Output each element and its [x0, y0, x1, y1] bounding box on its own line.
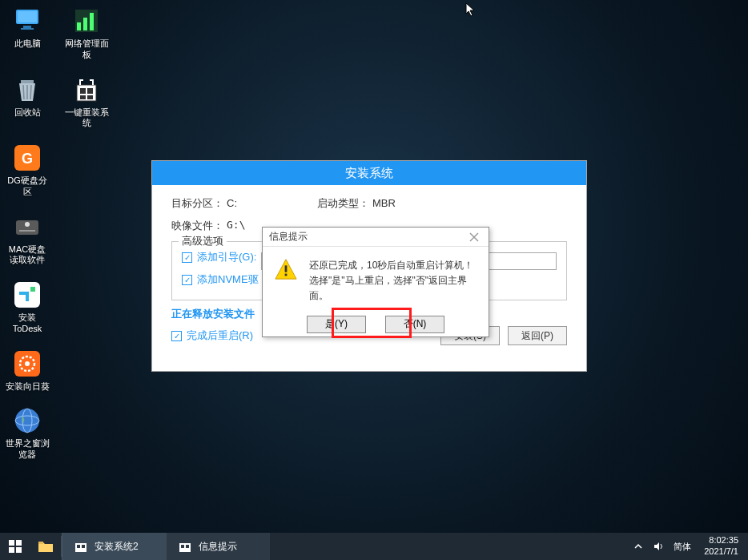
svg-line-9 [23, 85, 24, 99]
svg-rect-35 [9, 540, 14, 546]
checkbox-add-boot[interactable]: 添加引导(G): [182, 250, 256, 264]
taskbar-item-label: 安装系统2 [95, 540, 139, 554]
dialog-title: 信息提示 [269, 230, 308, 244]
svg-rect-8 [21, 80, 34, 83]
clock-date: 2021/7/1 [704, 546, 738, 558]
clock-time: 8:02:35 [704, 535, 738, 546]
checkbox-add-nvme-label: 添加NVME驱 [197, 272, 259, 287]
system-tray: 简体 8:02:35 2021/7/1 [627, 533, 748, 560]
svg-point-26 [25, 361, 30, 366]
checkbox-restart-label: 完成后重启(R) [187, 328, 253, 343]
svg-rect-5 [77, 22, 81, 30]
boot-type-label: 启动类型： [317, 196, 369, 211]
icon-label: 安装ToDesk [5, 312, 50, 335]
svg-rect-34 [285, 274, 288, 276]
taskbar-item-dialog[interactable]: 信息提示 [166, 533, 270, 560]
icon-install-todesk[interactable]: 安装ToDesk [5, 279, 50, 335]
icon-reinstall-system[interactable]: 一键重装系统 [64, 74, 109, 130]
icon-this-pc[interactable]: 此电脑 [5, 5, 50, 61]
globe-icon [11, 405, 43, 437]
svg-rect-36 [16, 540, 22, 546]
svg-rect-16 [87, 95, 93, 99]
icon-label: DG硬盘分区 [5, 175, 50, 198]
svg-rect-15 [80, 95, 86, 99]
svg-point-20 [25, 222, 30, 227]
icon-world-window-browser[interactable]: 世界之窗浏览器 [5, 405, 50, 461]
back-button[interactable]: 返回(P) [508, 326, 567, 345]
svg-rect-37 [9, 547, 14, 553]
installer-task-icon [74, 539, 88, 554]
svg-rect-33 [285, 265, 288, 272]
dialog-message-line1: 还原已完成，10秒后自动重启计算机！ [309, 258, 477, 273]
boot-type-value: MBR [372, 197, 396, 209]
dialog-message-line2: 选择"是"马上重启，选择"否"返回主界面。 [309, 273, 477, 304]
close-icon [469, 232, 479, 242]
folder-icon [38, 540, 54, 553]
svg-rect-7 [90, 13, 94, 30]
icon-dg-disk[interactable]: G DG硬盘分区 [5, 142, 50, 198]
svg-rect-21 [19, 230, 35, 232]
svg-rect-1 [18, 11, 37, 22]
svg-line-11 [30, 85, 31, 99]
checkbox-icon [182, 252, 192, 263]
icon-install-sunflower[interactable]: 安装向日葵 [5, 348, 50, 393]
mac-disk-icon [11, 211, 43, 243]
installer-title: 安装系统 [345, 166, 393, 181]
info-dialog: 信息提示 还原已完成，10秒后自动重启计算机！ 选择"是"马上重启，选择"否"返… [262, 227, 489, 337]
target-partition-label: 目标分区： [171, 196, 223, 211]
svg-rect-2 [23, 26, 31, 28]
checkbox-icon [182, 275, 192, 285]
target-partition-value: C: [227, 197, 237, 209]
tray-chevron-icon[interactable] [632, 540, 645, 553]
checkbox-icon [171, 331, 182, 341]
icon-label: 回收站 [14, 107, 41, 119]
svg-rect-38 [16, 547, 22, 553]
icon-label: 网络管理面板 [64, 38, 109, 61]
dialog-task-icon [178, 539, 192, 554]
panel-icon [70, 5, 103, 37]
icon-label: 安装向日葵 [6, 381, 50, 393]
dialog-no-button[interactable]: 否(N) [385, 316, 444, 333]
sunflower-icon [11, 348, 43, 380]
svg-rect-12 [77, 85, 96, 101]
svg-rect-41 [77, 545, 80, 548]
checkbox-restart-after[interactable]: 完成后重启(R) [171, 328, 253, 343]
dg-icon: G [11, 142, 43, 174]
svg-text:G: G [22, 151, 33, 167]
taskbar-item-installer[interactable]: 安装系统2 [62, 533, 166, 560]
reinstall-icon [70, 74, 103, 106]
svg-rect-44 [181, 545, 184, 548]
image-file-value: G:\ [227, 219, 245, 233]
svg-rect-23 [30, 287, 35, 292]
icon-label: 一键重装系统 [64, 107, 109, 130]
warning-icon [274, 258, 298, 280]
checkbox-add-boot-label: 添加引导(G): [197, 250, 256, 264]
svg-rect-39 [38, 542, 43, 544]
tray-volume-icon[interactable] [653, 540, 666, 553]
start-button[interactable] [0, 533, 30, 560]
svg-rect-6 [83, 18, 87, 30]
taskbar-item-label: 信息提示 [199, 540, 237, 554]
icon-mac-disk-reader[interactable]: MAC硬盘读取软件 [5, 211, 50, 267]
image-file-label: 映像文件： [171, 219, 223, 233]
file-explorer-button[interactable] [30, 533, 61, 560]
svg-rect-3 [21, 28, 34, 30]
icon-label: 世界之窗浏览器 [5, 438, 50, 461]
taskbar-clock[interactable]: 8:02:35 2021/7/1 [699, 535, 743, 558]
trash-icon [11, 74, 43, 106]
dialog-yes-button[interactable]: 是(Y) [307, 316, 366, 333]
advanced-options-legend: 高级选项 [179, 234, 227, 248]
svg-rect-14 [87, 88, 93, 94]
dialog-close-button[interactable] [466, 229, 482, 245]
icon-label: 此电脑 [14, 38, 41, 50]
tray-ime-label[interactable]: 简体 [674, 540, 691, 553]
svg-rect-42 [82, 545, 85, 548]
icon-network-panel[interactable]: 网络管理面板 [64, 5, 109, 61]
icon-recycle-bin[interactable]: 回收站 [5, 74, 50, 130]
todesk-icon [11, 279, 43, 311]
svg-point-27 [15, 409, 39, 433]
taskbar: 安装系统2 信息提示 简体 8:02:35 2021/7/1 [0, 533, 748, 560]
installer-titlebar: 安装系统 [152, 161, 586, 185]
monitor-icon [11, 5, 43, 37]
svg-rect-45 [186, 545, 189, 548]
